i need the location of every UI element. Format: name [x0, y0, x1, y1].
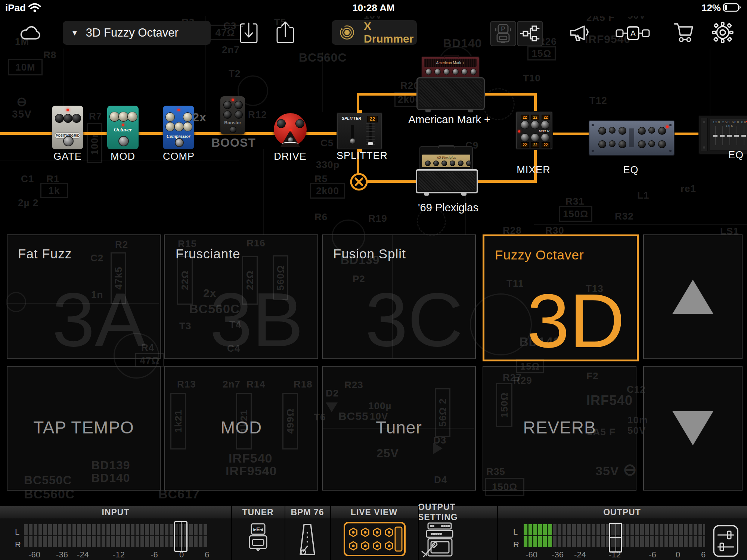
- download-icon[interactable]: [239, 21, 258, 44]
- schematic-label: R7: [89, 111, 102, 122]
- pedal-mod[interactable]: Octaver: [107, 106, 139, 149]
- device-label: iPad: [5, 2, 26, 14]
- splitter-label: SPLITTER: [337, 150, 381, 162]
- schematic-label: R32: [615, 211, 634, 222]
- bottom-control-bar: 1N4148 INPUT TUNER BPM 76 LIVE VIEW OUTP…: [0, 506, 747, 560]
- bank-down-button[interactable]: [643, 366, 743, 491]
- pedal-boost-name: Booster: [223, 120, 242, 125]
- cloud-icon[interactable]: [19, 22, 43, 42]
- battery-percent: 12%: [701, 2, 721, 14]
- battery-icon: [723, 3, 741, 12]
- section-header-liveview: LIVE VIEW: [330, 506, 418, 519]
- schematic-label: L1: [637, 190, 649, 201]
- preset-3c-code: 3C: [365, 281, 463, 358]
- pedalboard-view-button[interactable]: P: [490, 21, 516, 46]
- preset-3d-code: 3D: [527, 282, 625, 359]
- split-node[interactable]: [348, 171, 369, 192]
- schematic-label: 2µ 2: [18, 197, 38, 209]
- pedal-gate[interactable]: POSITIVEGRID: [52, 106, 83, 149]
- live-view-board-icon[interactable]: [344, 522, 406, 556]
- schematic-label: re1: [681, 183, 696, 195]
- amp1-panel-text: American Mark +: [436, 61, 465, 65]
- svg-text:▸E◂: ▸E◂: [253, 526, 263, 532]
- meter-tick-label: -24: [77, 550, 89, 560]
- output-faders-icon[interactable]: [713, 525, 739, 557]
- bank-up-button[interactable]: [643, 234, 743, 359]
- splitter-panel-text: SPLITTER: [342, 116, 361, 121]
- arrow-down-icon: [672, 411, 713, 445]
- x-drummer-label: X Drummer: [364, 20, 417, 45]
- meter-tick-label: -6: [649, 550, 656, 560]
- status-bar: iPad 10:28 AM 12%: [0, 0, 747, 16]
- mod-function-label: MOD: [165, 417, 317, 438]
- schematic-label: 150Ω: [559, 206, 592, 222]
- preset-selector[interactable]: ▼ 3D Fuzzy Octaver: [63, 21, 211, 45]
- output-level-slider-right[interactable]: [609, 537, 622, 553]
- mod-function-button[interactable]: MOD: [164, 366, 318, 491]
- eq-parametric-unit[interactable]: [589, 120, 675, 156]
- schematic-label: R19: [368, 213, 387, 224]
- amp-mic-icon[interactable]: [421, 522, 457, 557]
- pedal-drive[interactable]: [274, 113, 307, 147]
- tuner-function-button[interactable]: Tuner: [322, 366, 476, 491]
- section-header-bpm: BPM 76: [285, 506, 330, 519]
- preset-3a-title: Fat Fuzz: [18, 246, 72, 261]
- schematic-label: T2: [229, 68, 241, 80]
- arrow-up-icon: [672, 280, 713, 314]
- output-level-slider-left[interactable]: [609, 523, 622, 538]
- schematic-label: 2k00: [310, 183, 345, 199]
- tuner-function-label: Tuner: [323, 417, 475, 438]
- eq2-label: EQ: [728, 149, 747, 161]
- preset-name: 3D Fuzzy Octaver: [86, 26, 179, 40]
- reverb-function-button[interactable]: REVERB: [483, 366, 636, 491]
- gear-icon[interactable]: [712, 22, 734, 43]
- preset-tile-3b[interactable]: Frusciante 3B: [164, 234, 318, 359]
- preset-tile-3a[interactable]: Fat Fuzz 3A: [7, 234, 161, 359]
- preset-3b-code: 3B: [210, 281, 303, 358]
- x-drummer-button[interactable]: X Drummer: [332, 20, 417, 45]
- metronome-icon[interactable]: [295, 523, 320, 557]
- pedal-mod-name: Octaver: [110, 127, 136, 133]
- schematic-label: 2n7: [222, 44, 240, 56]
- input-gain-slider[interactable]: [174, 521, 187, 552]
- megaphone-icon[interactable]: [569, 23, 592, 43]
- ab-compare-icon[interactable]: A: [616, 25, 650, 42]
- x-drummer-icon: [339, 24, 355, 41]
- routing-view-button[interactable]: [517, 21, 543, 46]
- svg-text:A: A: [630, 29, 636, 37]
- amp-american-mark[interactable]: American Mark +: [416, 56, 483, 110]
- svg-text:P: P: [501, 25, 505, 32]
- preset-3c-title: Fusion Split: [333, 246, 406, 261]
- schematic-label: 35V: [12, 108, 32, 120]
- amp-plexiglas[interactable]: '69 Plexiglas: [416, 146, 475, 193]
- reverb-function-label: REVERB: [483, 417, 636, 438]
- section-header-output: OUTPUT: [497, 506, 747, 519]
- share-icon[interactable]: [276, 21, 295, 44]
- section-header-tuner: TUNER: [231, 506, 285, 519]
- preset-tile-3d-active[interactable]: Fuzzy Octaver 3D: [483, 234, 639, 361]
- meter-tick-label: 6: [205, 550, 209, 560]
- cart-icon[interactable]: [673, 22, 695, 43]
- tuner-pedal-icon[interactable]: ▸E◂: [247, 523, 270, 558]
- eq-graphic-unit[interactable]: 120 250 600 8K 10K: [698, 115, 747, 155]
- splitter-unit[interactable]: SPLITTER 22: [337, 112, 382, 150]
- chevron-down-icon: ▼: [71, 29, 78, 37]
- preset-tile-3c[interactable]: Fusion Split 3C: [322, 234, 476, 359]
- amp2-panel-text: '69 Plexiglas: [422, 155, 470, 159]
- meter-tick-label: -60: [526, 550, 537, 560]
- pedal-boost[interactable]: Booster: [220, 96, 245, 134]
- pedal-mod-label: MOD: [107, 151, 139, 162]
- pedal-boost-prefix: 2x: [188, 111, 211, 124]
- meter-tick-label: 0: [676, 550, 680, 560]
- mixer-unit[interactable]: 22 22 22 MIXER 22 22 22: [515, 111, 553, 150]
- preset-3d-title: Fuzzy Octaver: [495, 248, 584, 262]
- pedal-p-icon: P: [495, 24, 511, 43]
- meter-tick-label: -12: [113, 550, 125, 560]
- output-left-label: L: [513, 527, 518, 537]
- meter-tick-label: -60: [28, 550, 40, 560]
- schematic-label: ⊖: [16, 94, 28, 109]
- mixer-panel-text: MIXER: [539, 129, 549, 133]
- biasfx-live-view: 1MR810M⊖35VR347ΩC32n7T510VBC560CBD140R26…: [0, 0, 747, 560]
- meter-tick-label: -24: [574, 550, 586, 560]
- tap-tempo-button[interactable]: TAP TEMPO: [7, 366, 161, 491]
